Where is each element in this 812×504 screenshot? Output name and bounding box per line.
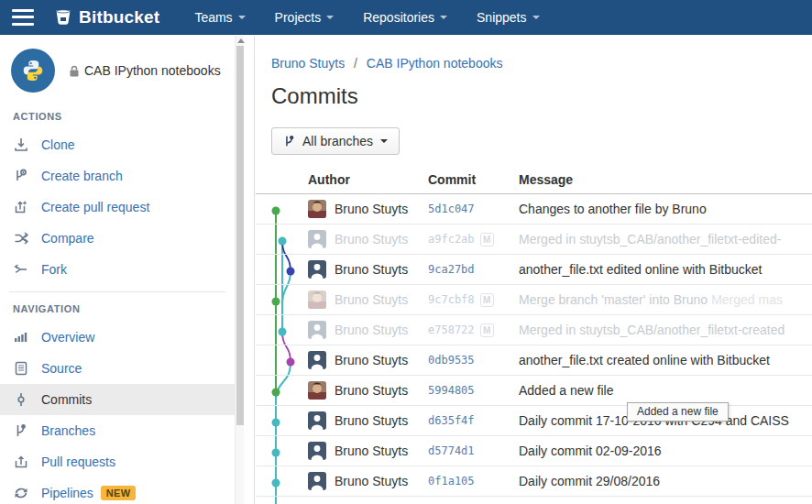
table-row[interactable]: Bruno Stuyts 0db9535 another_file.txt cr… xyxy=(256,345,812,376)
actions-section-label: ACTIONS xyxy=(13,111,62,122)
table-row[interactable]: Bruno Stuyts 9c7cbf8 M Merge branch 'mas… xyxy=(256,285,812,315)
sidebar-item-pipelines[interactable]: Pipelines NEW xyxy=(0,477,235,504)
sidebar-item-pull-requests[interactable]: Pull requests xyxy=(0,446,235,477)
chevron-down-icon xyxy=(532,16,540,19)
commit-message: another_file.txt edited online with Bitb… xyxy=(519,262,812,277)
navbar-item-label: Snippets xyxy=(477,10,526,25)
author-name[interactable]: Bruno Stuyts xyxy=(335,262,408,277)
default-avatar[interactable] xyxy=(308,260,326,279)
commit-hash-link[interactable]: 9ca27bd xyxy=(428,263,475,276)
author-cell: Bruno Stuyts xyxy=(308,321,428,339)
commit-hash-link[interactable]: d635f4f xyxy=(428,414,475,427)
commit-hash-link[interactable]: a9fc2ab xyxy=(428,233,475,246)
user-photo-avatar[interactable] xyxy=(308,381,326,400)
commit-message: Daily commit 02-09-2016 xyxy=(519,444,812,458)
breadcrumb-repo-link[interactable]: CAB IPython notebooks xyxy=(367,56,503,71)
navbar-item-teams[interactable]: Teams xyxy=(180,0,259,35)
author-name[interactable]: Bruno Stuyts xyxy=(335,353,408,367)
hamburger-menu-icon[interactable] xyxy=(12,9,34,26)
column-header-author: Author xyxy=(308,172,350,187)
commit-message-primary: Merge branch 'master' into Bruno xyxy=(519,292,708,307)
breadcrumb-separator: / xyxy=(354,56,357,71)
commit-cell: a9fc2ab M xyxy=(428,233,519,247)
table-row[interactable]: Bruno Stuyts d5774d1 Daily commit 02-09-… xyxy=(256,436,812,466)
sidebar-item-label: Branches xyxy=(41,423,95,438)
sidebar-item-clone[interactable]: Clone xyxy=(0,129,235,160)
author-cell: Bruno Stuyts xyxy=(308,290,428,309)
branch-filter-button[interactable]: All branches xyxy=(271,127,400,155)
sidebar-item-create-branch[interactable]: Create branch xyxy=(0,160,235,192)
author-name[interactable]: Bruno Stuyts xyxy=(335,323,408,337)
commit-message: Merged in stuytsb_CAB/another_filetxt-ed… xyxy=(519,232,812,247)
sidebar-divider xyxy=(9,291,225,292)
commit-hash-link[interactable]: 0db9535 xyxy=(428,354,475,367)
sidebar-scrollbar[interactable] xyxy=(235,36,244,504)
table-row[interactable]: Bruno Stuyts e758722 M Merged in stuytsb… xyxy=(256,315,812,345)
default-avatar[interactable] xyxy=(308,321,326,339)
user-photo-avatar[interactable] xyxy=(308,290,326,309)
pipelines-icon xyxy=(13,485,29,501)
table-row[interactable]: Bruno Stuyts a9fc2ab M Merged in stuytsb… xyxy=(256,225,812,255)
default-avatar[interactable] xyxy=(308,442,326,460)
commit-cell: 9ca27bd xyxy=(428,263,519,276)
commit-hash-link[interactable]: 0f1a105 xyxy=(428,475,475,488)
author-name[interactable]: Bruno Stuyts xyxy=(335,383,408,398)
breadcrumb-owner-link[interactable]: Bruno Stuyts xyxy=(271,56,345,71)
commit-cell: 5d1c047 xyxy=(428,203,519,215)
actions-list: Clone Create branch Create pull request xyxy=(0,129,235,285)
tooltip: Added a new file xyxy=(627,402,729,422)
default-avatar[interactable] xyxy=(308,230,326,248)
navbar-item-label: Repositories xyxy=(363,10,434,25)
table-row[interactable]: Bruno Stuyts 5d1c047 Changes to another … xyxy=(256,194,812,225)
navigation-section-label: NAVIGATION xyxy=(13,303,80,314)
table-body: Bruno Stuyts 5d1c047 Changes to another … xyxy=(256,194,812,497)
default-avatar[interactable] xyxy=(308,472,326,490)
author-name[interactable]: Bruno Stuyts xyxy=(335,292,408,307)
repo-name: CAB IPython notebooks xyxy=(84,63,221,78)
commit-hash-link[interactable]: e758722 xyxy=(428,323,475,336)
sidebar-item-fork[interactable]: Fork xyxy=(0,254,235,285)
table-row[interactable]: Bruno Stuyts 0f1a105 Daily commit 29/08/… xyxy=(256,466,812,497)
clone-icon xyxy=(13,137,29,153)
repo-avatar[interactable] xyxy=(11,49,55,93)
table-row[interactable]: Bruno Stuyts 9ca27bd another_file.txt ed… xyxy=(256,255,812,285)
bitbucket-logo[interactable]: Bitbucket xyxy=(54,7,159,27)
sidebar-item-commits[interactable]: Commits xyxy=(0,384,235,415)
scrollbar-thumb[interactable] xyxy=(236,46,244,425)
sidebar-item-overview[interactable]: Overview xyxy=(0,322,235,353)
author-cell: Bruno Stuyts xyxy=(308,411,428,430)
breadcrumb: Bruno Stuyts / CAB IPython notebooks xyxy=(271,56,502,71)
user-photo-avatar[interactable] xyxy=(308,200,326,218)
navbar-item-snippets[interactable]: Snippets xyxy=(462,0,554,35)
table-row[interactable]: Bruno Stuyts 5994805 Added a new file xyxy=(256,376,812,406)
branch-filter-label: All branches xyxy=(302,134,373,148)
author-name[interactable]: Bruno Stuyts xyxy=(335,232,408,247)
sidebar-item-source[interactable]: Source xyxy=(0,353,235,384)
commit-message-secondary: Merged mas xyxy=(711,292,783,307)
commit-message: Changes to another file by Bruno xyxy=(519,202,812,216)
author-name[interactable]: Bruno Stuyts xyxy=(335,444,408,458)
author-cell: Bruno Stuyts xyxy=(308,381,428,400)
table-row[interactable]: Bruno Stuyts d635f4f Daily commit 17-10-… xyxy=(256,406,812,436)
author-name[interactable]: Bruno Stuyts xyxy=(335,202,408,216)
scrollbar-up-arrow[interactable] xyxy=(237,38,245,43)
commit-hash-link[interactable]: 5d1c047 xyxy=(428,203,475,215)
author-name[interactable]: Bruno Stuyts xyxy=(335,413,408,428)
navbar-item-repositories[interactable]: Repositories xyxy=(348,0,462,35)
sidebar-item-branches[interactable]: Branches xyxy=(0,415,235,446)
compare-icon xyxy=(13,230,29,247)
author-name[interactable]: Bruno Stuyts xyxy=(335,474,408,488)
commit-hash-link[interactable]: d5774d1 xyxy=(428,444,475,457)
sidebar-item-compare[interactable]: Compare xyxy=(0,223,235,254)
sidebar-item-create-pull-request[interactable]: Create pull request xyxy=(0,192,235,223)
commit-hash-link[interactable]: 5994805 xyxy=(428,384,475,397)
navbar-item-projects[interactable]: Projects xyxy=(260,0,349,35)
commit-cell: 9c7cbf8 M xyxy=(428,293,519,307)
merge-badge: M xyxy=(480,323,494,337)
pull-requests-icon xyxy=(13,454,29,470)
commit-cell: 0db9535 xyxy=(428,354,519,367)
default-avatar[interactable] xyxy=(308,411,326,430)
commit-message: Merge branch 'master' into BrunoMerged m… xyxy=(519,292,812,307)
default-avatar[interactable] xyxy=(308,351,326,369)
commit-hash-link[interactable]: 9c7cbf8 xyxy=(428,293,475,306)
